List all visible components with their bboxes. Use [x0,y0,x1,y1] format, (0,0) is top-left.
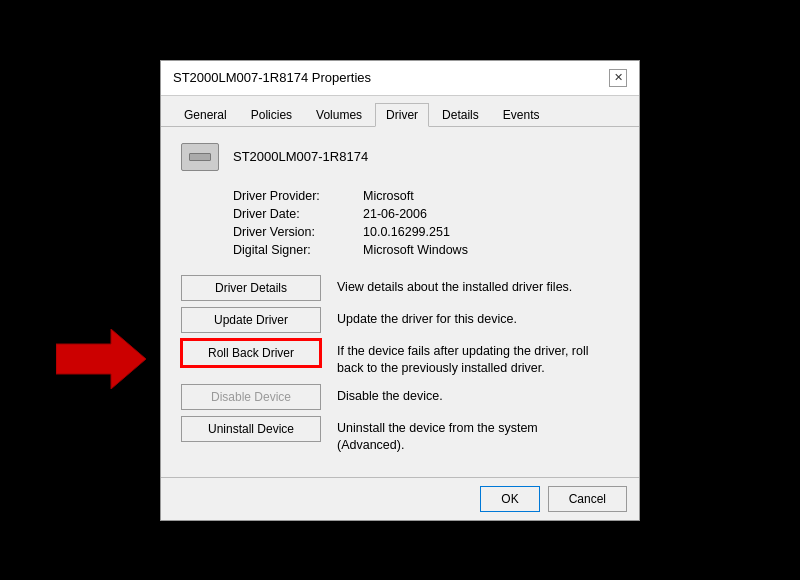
tab-details[interactable]: Details [431,103,490,127]
tab-driver[interactable]: Driver [375,103,429,127]
tab-policies[interactable]: Policies [240,103,303,127]
driver-info-table: Driver Provider: Microsoft Driver Date: … [233,189,619,257]
disable-device-button[interactable]: Disable Device [181,384,321,410]
tab-events[interactable]: Events [492,103,551,127]
tab-strip: General Policies Volumes Driver Details … [161,96,639,127]
driver-details-button[interactable]: Driver Details [181,275,321,301]
signer-value: Microsoft Windows [363,243,468,257]
roll-back-driver-desc: If the device fails after updating the d… [337,339,597,378]
arrow-annotation [56,329,146,389]
device-name: ST2000LM007-1R8174 [233,149,368,164]
driver-details-desc: View details about the installed driver … [337,275,572,297]
info-row-provider: Driver Provider: Microsoft [233,189,619,203]
uninstall-device-row: Uninstall Device Uninstall the device fr… [181,416,619,455]
date-value: 21-06-2006 [363,207,427,221]
provider-value: Microsoft [363,189,414,203]
disable-device-desc: Disable the device. [337,384,443,406]
date-label: Driver Date: [233,207,363,221]
signer-label: Digital Signer: [233,243,363,257]
device-icon [181,143,219,171]
version-value: 10.0.16299.251 [363,225,450,239]
info-row-version: Driver Version: 10.0.16299.251 [233,225,619,239]
tab-volumes[interactable]: Volumes [305,103,373,127]
update-driver-desc: Update the driver for this device. [337,307,517,329]
update-driver-button[interactable]: Update Driver [181,307,321,333]
provider-label: Driver Provider: [233,189,363,203]
uninstall-device-button[interactable]: Uninstall Device [181,416,321,442]
uninstall-device-desc: Uninstall the device from the system (Ad… [337,416,597,455]
roll-back-driver-row: Roll Back Driver If the device fails aft… [181,339,619,378]
dialog-title: ST2000LM007-1R8174 Properties [173,70,371,85]
disable-device-row: Disable Device Disable the device. [181,384,619,410]
update-driver-row: Update Driver Update the driver for this… [181,307,619,333]
driver-details-row: Driver Details View details about the in… [181,275,619,301]
device-header: ST2000LM007-1R8174 [181,143,619,171]
close-button[interactable]: ✕ [609,69,627,87]
action-buttons-section: Driver Details View details about the in… [181,275,619,461]
properties-dialog: ST2000LM007-1R8174 Properties ✕ General … [160,60,640,521]
tab-general[interactable]: General [173,103,238,127]
version-label: Driver Version: [233,225,363,239]
info-row-signer: Digital Signer: Microsoft Windows [233,243,619,257]
info-row-date: Driver Date: 21-06-2006 [233,207,619,221]
ok-button[interactable]: OK [480,486,539,512]
roll-back-driver-button[interactable]: Roll Back Driver [181,339,321,367]
svg-marker-0 [56,329,146,389]
cancel-button[interactable]: Cancel [548,486,627,512]
red-arrow-icon [56,329,146,389]
dialog-footer: OK Cancel [161,477,639,520]
title-bar: ST2000LM007-1R8174 Properties ✕ [161,61,639,96]
tab-content: ST2000LM007-1R8174 Driver Provider: Micr… [161,127,639,477]
